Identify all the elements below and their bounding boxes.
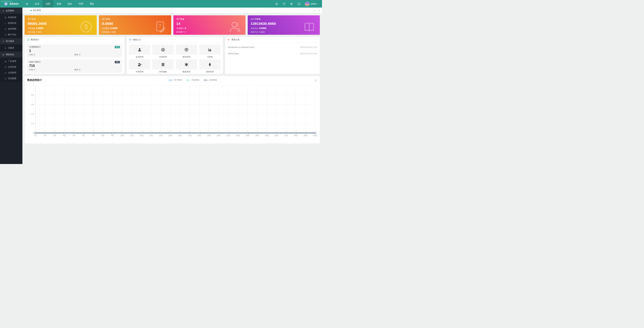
legend-item-2[interactable]: 提现数量 bbox=[203, 79, 217, 81]
svg-text:29日: 29日 bbox=[304, 134, 307, 136]
tabs-options-button[interactable]: › bbox=[317, 8, 322, 13]
sidebar-item-2-0[interactable]: 广告管理 bbox=[0, 58, 22, 64]
arrow-up-circle-icon bbox=[184, 48, 188, 52]
tabbar-spacer bbox=[44, 8, 312, 13]
fullscreen-icon[interactable] bbox=[298, 2, 300, 6]
tab-home[interactable]: 后台首页 bbox=[28, 8, 44, 13]
top-navbar: mycheng.top Admin 会员运营游戏地址代理系统 admin ▾ R bbox=[0, 0, 322, 8]
announcements-header: 系统公告 bbox=[225, 37, 320, 43]
quick-entry-1[interactable]: 充值管理 bbox=[152, 45, 174, 58]
svg-text:0.6: 0.6 bbox=[31, 103, 34, 105]
quick-entry-4[interactable]: 代理管理 bbox=[129, 59, 150, 73]
sidebar-item-0-0[interactable]: 充值列表 bbox=[0, 15, 22, 20]
quick-entry-6[interactable]: 配置管理 bbox=[176, 59, 197, 73]
line-chart-icon bbox=[27, 39, 30, 41]
svg-text:17日: 17日 bbox=[188, 134, 192, 136]
sidebar-group-1[interactable]: 统计报表 bbox=[0, 38, 22, 44]
sidebar-group-children: 广告管理文章列表分类管理语言配置 bbox=[0, 58, 22, 82]
stat-card-title: 用户充值 bbox=[28, 18, 94, 21]
share-icon bbox=[4, 22, 6, 25]
sidebar-group-label: 统计报表 bbox=[6, 40, 14, 43]
mini-stat-value: 1 bbox=[29, 49, 120, 53]
navbar-tools: admin ▾ R bbox=[275, 0, 322, 8]
sidebar-item-2-3[interactable]: 语言配置 bbox=[0, 76, 22, 81]
nav-item-3[interactable]: 地址 bbox=[64, 0, 75, 8]
list-icon bbox=[4, 28, 6, 30]
nav-item-5[interactable]: 系统 bbox=[86, 0, 97, 8]
sidebar-item-2-1[interactable]: 文章列表 bbox=[0, 64, 22, 70]
stat-card-3[interactable]: 总下注数量13910630.6660今日下注0.0000昨日下注0.0000 bbox=[248, 15, 320, 35]
svg-text:$: $ bbox=[84, 23, 88, 31]
list-icon bbox=[4, 47, 6, 49]
announcement-row-1[interactable]: Game Rules2022-05-25 07:14:39 bbox=[228, 50, 317, 57]
sidebar-item-2-2[interactable]: 分类管理 bbox=[0, 70, 22, 76]
sidebar-item-1-0[interactable]: 日报表 bbox=[0, 45, 22, 51]
user-menu[interactable]: admin ▾ R bbox=[305, 2, 319, 6]
list-icon bbox=[4, 66, 6, 68]
tabs-scroll-right-button[interactable]: › bbox=[312, 8, 317, 13]
announcements-title: 系统公告 bbox=[231, 38, 240, 41]
sidebar-item-0-2[interactable]: 划转明细 bbox=[0, 26, 22, 32]
trend-chart-header: 数据趋势统计 用户数量充值数量提现数量 bbox=[24, 76, 320, 82]
sidebar-group-2[interactable]: 基础信息 bbox=[0, 52, 22, 58]
quick-entry-5[interactable]: 内容编辑 bbox=[152, 59, 174, 73]
stat-card-1[interactable]: 用户提现0.0000今日提现0.0000昨日提现0.0000? bbox=[99, 15, 171, 35]
quick-entry-7[interactable]: 菜单管理 bbox=[199, 59, 220, 73]
svg-text:1: 1 bbox=[33, 84, 34, 86]
list-icon bbox=[4, 72, 6, 74]
nav-item-4[interactable]: 代理 bbox=[75, 0, 86, 8]
quick-entry-2[interactable]: 提现管理 bbox=[176, 45, 197, 58]
quick-entry-label: 提现管理 bbox=[176, 56, 197, 58]
tabs-scroll-left-button[interactable]: ‹ bbox=[22, 8, 28, 13]
announcement-row-0[interactable]: Introduction to Imperial Casin...2022-05… bbox=[228, 44, 317, 50]
hexagon-icon[interactable] bbox=[275, 2, 278, 6]
stat-card-2[interactable]: 用户数量14今日用户0昨日用户0 bbox=[174, 15, 246, 35]
mini-stat-label: 游戏订单统计 bbox=[29, 61, 41, 63]
stat-card-title: 用户数量 bbox=[176, 18, 242, 21]
svg-text:0.2: 0.2 bbox=[31, 122, 34, 124]
refresh-icon[interactable] bbox=[282, 2, 286, 6]
trend-chart-body: 00.20.40.60.811日2日3日4日5日6日7日8日9日10日11日12… bbox=[24, 82, 320, 140]
sidebar: 会员账务充值列表提现列表划转明细账户日志统计报表日报表基础信息广告管理文章列表分… bbox=[0, 8, 22, 164]
nav-item-0[interactable]: 会员 bbox=[32, 0, 42, 8]
sidebar-group-children: 充值列表提现列表划转明细账户日志 bbox=[0, 14, 22, 38]
trash-icon[interactable] bbox=[290, 2, 293, 6]
svg-text:10日: 10日 bbox=[120, 134, 124, 136]
svg-text:0: 0 bbox=[33, 132, 34, 134]
legend-item-1[interactable]: 充值数量 bbox=[186, 79, 200, 81]
menu-toggle-button[interactable] bbox=[22, 0, 32, 8]
svg-text:25日: 25日 bbox=[265, 134, 269, 136]
sidebar-item-label: 账户日志 bbox=[8, 33, 16, 36]
svg-text:0.8: 0.8 bbox=[31, 94, 34, 96]
sidebar-item-0-3[interactable]: 账户日志 bbox=[0, 32, 22, 38]
nav-item-2[interactable]: 游戏 bbox=[54, 0, 64, 8]
book-open-icon bbox=[303, 21, 316, 33]
download-icon[interactable] bbox=[314, 79, 317, 82]
data-stats-body: 代理数量统计实时1今天: 0昨天: 0游戏订单统计实时715今天: 0昨天: 0 bbox=[24, 44, 124, 73]
legend-item-0[interactable]: 用户数量 bbox=[168, 79, 182, 81]
sidebar-item-label: 分类管理 bbox=[8, 71, 16, 74]
data-stats-panel: 数据统计 代理数量统计实时1今天: 0昨天: 0游戏订单统计实时715今天: 0… bbox=[24, 37, 124, 74]
legend-label: 充值数量 bbox=[192, 79, 200, 81]
quick-entry-3[interactable]: 日报表 bbox=[199, 45, 220, 58]
trend-chart-svg[interactable]: 00.20.40.60.811日2日3日4日5日6日7日8日9日10日11日12… bbox=[26, 83, 319, 140]
copy-icon bbox=[2, 54, 4, 56]
quick-entry-0[interactable]: 会员管理 bbox=[129, 45, 150, 58]
nav-item-1[interactable]: 运营 bbox=[42, 0, 54, 8]
stat-card-title: 用户提现 bbox=[102, 18, 168, 21]
sidebar-group-0[interactable]: 会员账务 bbox=[0, 8, 22, 14]
stat-card-0[interactable]: 用户充值88081.0000今日充值0.0000昨日充值0.0000$ bbox=[24, 15, 97, 35]
quick-entry-label: 会员管理 bbox=[129, 56, 150, 58]
legend-label: 用户数量 bbox=[174, 79, 182, 81]
svg-text:1日: 1日 bbox=[34, 134, 37, 136]
quick-entry-tile bbox=[176, 59, 197, 70]
user-outline-icon bbox=[229, 21, 241, 33]
svg-text:5日: 5日 bbox=[72, 134, 75, 136]
svg-text:4日: 4日 bbox=[63, 134, 66, 136]
mini-stat-label: 代理数量统计 bbox=[29, 46, 41, 48]
gear-logo-icon bbox=[4, 2, 8, 6]
sidebar-item-0-1[interactable]: 提现列表 bbox=[0, 20, 22, 26]
main-menu: 会员运营游戏地址代理系统 bbox=[22, 0, 97, 8]
dollar-circle-icon: $ bbox=[80, 21, 92, 33]
bullhorn-icon bbox=[228, 39, 230, 41]
